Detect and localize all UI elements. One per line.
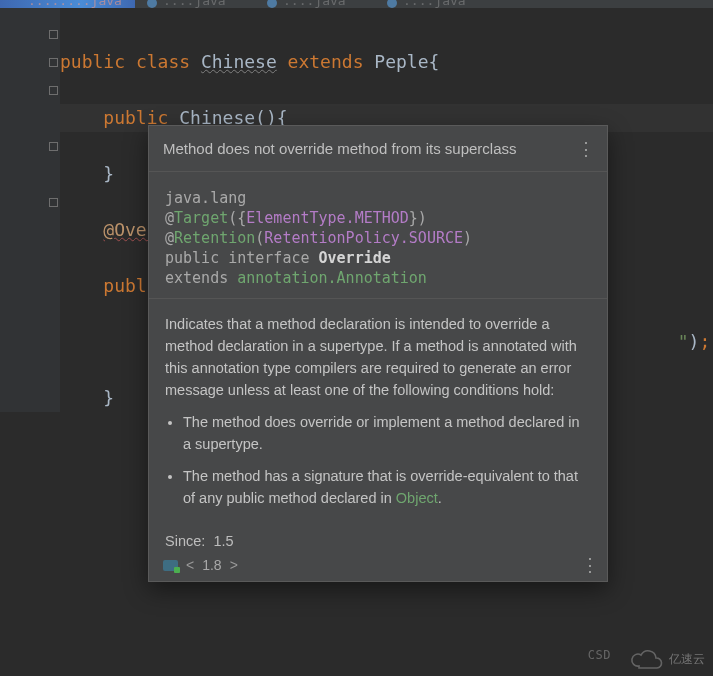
list-item: The method has a signature that is overr… xyxy=(183,465,591,509)
more-actions-icon[interactable]: ⋮ xyxy=(577,143,593,155)
file-tab[interactable]: ....java xyxy=(255,0,375,8)
superclass-name: Peple xyxy=(374,51,428,72)
extends-link[interactable]: annotation.Annotation xyxy=(237,269,427,287)
element-type-value: ElementType.METHOD xyxy=(246,209,409,227)
nav-next[interactable]: > xyxy=(230,557,238,573)
popup-footer: < 1.8 > ⋮ xyxy=(149,555,607,581)
target-annotation: Target xyxy=(174,209,228,227)
fold-toggle[interactable] xyxy=(49,30,58,39)
tab-label: ....java xyxy=(283,0,346,8)
condition-list: The method does override or implement a … xyxy=(169,411,591,509)
module-icon xyxy=(163,560,178,571)
popup-header: Method does not override method from its… xyxy=(149,126,607,172)
file-tab[interactable]: ....java xyxy=(135,0,255,8)
fold-toggle[interactable] xyxy=(49,86,58,95)
cloud-icon xyxy=(629,648,663,670)
fold-toggle[interactable] xyxy=(49,142,58,151)
java-file-icon xyxy=(267,0,277,8)
error-message: Method does not override method from its… xyxy=(163,140,577,157)
quick-doc-popup: Method does not override method from its… xyxy=(148,125,608,582)
csd-watermark: CSD xyxy=(588,648,611,662)
package-name: java.lang xyxy=(165,189,246,207)
fold-toggle[interactable] xyxy=(49,198,58,207)
code-line: public class Chinese extends Peple{ xyxy=(60,48,713,76)
since-value: 1.5 xyxy=(213,533,233,549)
doc-description: Indicates that a method declaration is i… xyxy=(149,299,607,523)
list-item: The method does override or implement a … xyxy=(183,411,591,455)
more-actions-icon[interactable]: ⋮ xyxy=(581,559,597,571)
fold-toggle[interactable] xyxy=(49,58,58,67)
since-label: Since: xyxy=(165,533,205,549)
description-text: Indicates that a method declaration is i… xyxy=(165,316,577,398)
java-file-icon xyxy=(387,0,397,8)
tabs-row: ........java ....java ....java ....java xyxy=(0,0,713,8)
tab-label: ........java xyxy=(28,0,122,8)
jdk-version: 1.8 xyxy=(202,557,221,573)
nav-prev[interactable]: < xyxy=(186,557,194,573)
retention-annotation: Retention xyxy=(174,229,255,247)
class-name: Chinese xyxy=(201,51,277,72)
brand-watermark: 亿速云 xyxy=(629,648,705,670)
brand-text: 亿速云 xyxy=(669,651,705,668)
retention-policy-value: RetentionPolicy.SOURCE xyxy=(264,229,463,247)
object-link[interactable]: Object xyxy=(396,490,438,506)
tab-label: ....java xyxy=(163,0,226,8)
tab-label: ....java xyxy=(403,0,466,8)
doc-signature: java.lang @Target({ElementType.METHOD}) … xyxy=(149,172,607,299)
gutter xyxy=(0,8,60,412)
interface-name: Override xyxy=(319,249,391,267)
doc-since: Since: 1.5 xyxy=(149,523,607,555)
java-file-icon xyxy=(147,0,157,8)
file-tab[interactable]: ....java xyxy=(375,0,495,8)
